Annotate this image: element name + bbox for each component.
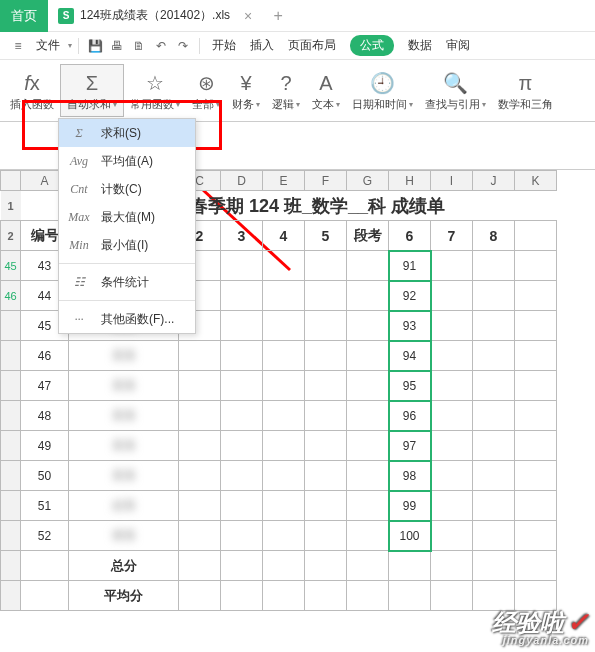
cell-no[interactable]: 47 — [21, 371, 69, 401]
max-icon: Max — [67, 210, 91, 225]
row-header[interactable] — [1, 341, 21, 371]
preview-icon[interactable]: 🗎 — [129, 36, 149, 56]
menu-data[interactable]: 数据 — [408, 37, 432, 54]
file-tab[interactable]: S 124班成绩表（201402）.xls × — [48, 0, 262, 32]
cell-no[interactable]: 51 — [21, 491, 69, 521]
common-functions-button[interactable]: ☆ 常用函数▾ — [124, 65, 186, 116]
col-header-G[interactable]: G — [347, 171, 389, 191]
file-menu[interactable]: 文件 — [36, 37, 60, 54]
add-tab-button[interactable]: + — [262, 7, 294, 25]
cell-seg[interactable]: 98 — [389, 461, 431, 491]
cell-seg[interactable]: 95 — [389, 371, 431, 401]
row-header[interactable]: 46 — [1, 281, 21, 311]
cell-seg[interactable]: 100 — [389, 521, 431, 551]
avg-icon: Avg — [67, 154, 91, 169]
menu-icon[interactable]: ≡ — [8, 36, 28, 56]
cell-seg[interactable]: 92 — [389, 281, 431, 311]
row-header[interactable] — [1, 311, 21, 341]
dropdown-conditional[interactable]: ☷ 条件统计 — [59, 268, 195, 296]
hdr-7: 7 — [431, 221, 473, 251]
row-header[interactable] — [1, 581, 21, 611]
hdr-8: 8 — [473, 221, 515, 251]
save-icon[interactable]: 💾 — [85, 36, 105, 56]
hdr-3: 3 — [221, 221, 263, 251]
money-icon: ¥ — [232, 69, 260, 97]
close-icon[interactable]: × — [244, 8, 252, 24]
col-header-J[interactable]: J — [473, 171, 515, 191]
cell-name[interactable]: 谢某 — [69, 521, 179, 551]
divider — [59, 300, 195, 301]
cell-name[interactable]: 某某 — [69, 341, 179, 371]
row-header[interactable] — [1, 521, 21, 551]
sigma-icon: Σ — [67, 126, 91, 141]
col-header-F[interactable]: F — [305, 171, 347, 191]
dropdown-max[interactable]: Max 最大值(M) — [59, 203, 195, 231]
min-icon: Min — [67, 238, 91, 253]
cell-seg[interactable]: 99 — [389, 491, 431, 521]
dropdown-other-functions[interactable]: ··· 其他函数(F)... — [59, 305, 195, 333]
text-button[interactable]: A 文本▾ — [306, 65, 346, 116]
menu-formula[interactable]: 公式 — [350, 35, 394, 56]
menu-insert[interactable]: 插入 — [250, 37, 274, 54]
hdr-6: 6 — [389, 221, 431, 251]
redo-icon[interactable]: ↷ — [173, 36, 193, 56]
menu-review[interactable]: 审阅 — [446, 37, 470, 54]
menu-pagelayout[interactable]: 页面布局 — [288, 37, 336, 54]
cell-seg[interactable]: 97 — [389, 431, 431, 461]
row-header[interactable]: 2 — [1, 221, 21, 251]
dropdown-avg[interactable]: Avg 平均值(A) — [59, 147, 195, 175]
cell-seg[interactable]: 93 — [389, 311, 431, 341]
row-header[interactable] — [1, 371, 21, 401]
lookup-button[interactable]: 🔍 查找与引用▾ — [419, 65, 492, 116]
autosum-button[interactable]: Σ 自动求和▾ — [60, 64, 124, 117]
col-header-H[interactable]: H — [389, 171, 431, 191]
cell-no[interactable]: 46 — [21, 341, 69, 371]
menu-start[interactable]: 开始 — [212, 37, 236, 54]
cell-name[interactable]: 赵某 — [69, 491, 179, 521]
home-tab[interactable]: 首页 — [0, 0, 48, 32]
dropdown-sum[interactable]: Σ 求和(S) — [59, 119, 195, 147]
finance-button[interactable]: ¥ 财务▾ — [226, 65, 266, 116]
hdr-5: 5 — [305, 221, 347, 251]
select-all-corner[interactable] — [1, 171, 21, 191]
cell-no[interactable]: 48 — [21, 401, 69, 431]
more-icon: ··· — [67, 312, 91, 327]
cell-seg[interactable]: 94 — [389, 341, 431, 371]
chevron-down-icon: ▾ — [68, 41, 72, 50]
datetime-button[interactable]: 🕘 日期和时间▾ — [346, 65, 419, 116]
all-functions-button[interactable]: ⊛ 全部▾ — [186, 65, 226, 116]
text-icon: A — [312, 69, 340, 97]
col-header-K[interactable]: K — [515, 171, 557, 191]
math-button[interactable]: π 数学和三角 — [492, 65, 559, 116]
col-header-E[interactable]: E — [263, 171, 305, 191]
cell-name[interactable]: 某某 — [69, 431, 179, 461]
watermark: 经验啦 ✓ jingyanla.com — [492, 609, 589, 646]
dropdown-min[interactable]: Min 最小值(I) — [59, 231, 195, 259]
cell-seg[interactable]: 96 — [389, 401, 431, 431]
row-header[interactable] — [1, 551, 21, 581]
cell-name[interactable]: 某某 — [69, 401, 179, 431]
stats-icon: ☷ — [67, 275, 91, 290]
row-header[interactable]: 1 — [1, 191, 21, 221]
clock-icon: 🕘 — [369, 69, 397, 97]
row-header[interactable]: 45 — [1, 251, 21, 281]
col-header-D[interactable]: D — [221, 171, 263, 191]
spreadsheet-file-icon: S — [58, 8, 74, 24]
search-icon: 🔍 — [442, 69, 470, 97]
cell-no[interactable]: 52 — [21, 521, 69, 551]
row-header[interactable] — [1, 431, 21, 461]
cell-name[interactable]: 某某 — [69, 371, 179, 401]
row-header[interactable] — [1, 401, 21, 431]
cell-name[interactable]: 某某 — [69, 461, 179, 491]
cell-seg[interactable]: 91 — [389, 251, 431, 281]
undo-icon[interactable]: ↶ — [151, 36, 171, 56]
cell-no[interactable]: 50 — [21, 461, 69, 491]
insert-function-button[interactable]: fx 插入函数 — [4, 65, 60, 116]
row-header[interactable] — [1, 491, 21, 521]
row-header[interactable] — [1, 461, 21, 491]
logic-button[interactable]: ? 逻辑▾ — [266, 65, 306, 116]
col-header-I[interactable]: I — [431, 171, 473, 191]
cell-no[interactable]: 49 — [21, 431, 69, 461]
print-icon[interactable]: 🖶 — [107, 36, 127, 56]
dropdown-count[interactable]: Cnt 计数(C) — [59, 175, 195, 203]
